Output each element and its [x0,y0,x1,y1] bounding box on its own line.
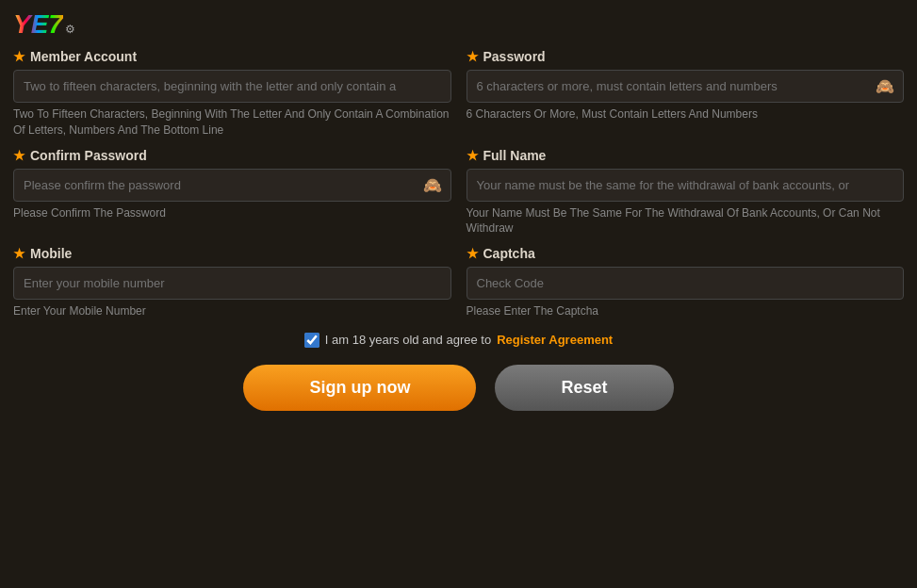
captcha-label: ★ Captcha [467,246,905,261]
row-mobile-captcha: ★ Mobile Enter Your Mobile Number ★ Capt… [13,246,904,319]
member-account-input[interactable] [13,70,451,103]
password-eye-icon[interactable]: 🙈 [876,77,894,95]
confirm-password-input-wrapper: 🙈 [13,169,451,202]
mobile-input-wrapper [13,267,451,300]
row-account-password: ★ Member Account Two To Fifteen Characte… [13,49,904,139]
confirm-eye-icon[interactable]: 🙈 [423,176,442,194]
captcha-hint: Please Enter The Captcha [467,303,905,319]
mobile-hint: Enter Your Mobile Number [13,303,451,319]
captcha-label-text: Captcha [483,246,535,261]
col-confirm-password: ★ Confirm Password 🙈 Please Confirm The … [13,148,451,237]
password-hint: 6 Characters Or More, Must Contain Lette… [467,106,905,122]
signup-button[interactable]: Sign up now [243,365,476,411]
full-name-input[interactable] [467,169,905,202]
col-member-account: ★ Member Account Two To Fifteen Characte… [13,49,451,139]
logo-area: YE7⚙ [0,0,917,49]
password-label-text: Password [483,49,546,64]
member-account-hint: Two To Fifteen Characters, Beginning Wit… [13,106,451,139]
confirm-password-hint: Please Confirm The Password [13,205,451,221]
confirm-password-label-text: Confirm Password [30,148,147,163]
full-name-label: ★ Full Name [467,148,905,163]
password-label: ★ Password [467,49,905,64]
mobile-label: ★ Mobile [13,246,451,261]
register-agreement-link[interactable]: Register Agreement [497,333,613,347]
age-agreement-checkbox[interactable] [304,333,319,348]
col-captcha: ★ Captcha Please Enter The Captcha [467,246,905,319]
col-password: ★ Password 🙈 6 Characters Or More, Must … [467,49,905,139]
form-container: ★ Member Account Two To Fifteen Characte… [0,49,917,435]
agreement-row: I am 18 years old and agree to Register … [13,333,904,348]
captcha-input[interactable] [467,267,905,300]
full-name-hint: Your Name Must Be The Same For The Withd… [467,205,905,237]
password-input[interactable] [467,70,905,103]
col-mobile: ★ Mobile Enter Your Mobile Number [13,246,451,319]
confirm-password-input[interactable] [13,169,451,202]
logo-dots: ⚙ [65,23,75,36]
col-full-name: ★ Full Name Your Name Must Be The Same F… [467,148,905,237]
mobile-label-text: Mobile [30,246,72,261]
confirm-password-label: ★ Confirm Password [13,148,451,163]
member-account-input-wrapper [13,70,451,103]
captcha-input-wrapper [467,267,905,300]
star-icon-6: ★ [467,246,479,261]
star-icon: ★ [13,49,25,64]
star-icon-2: ★ [467,49,479,64]
full-name-label-text: Full Name [483,148,547,163]
button-row: Sign up now Reset [13,365,904,411]
full-name-input-wrapper [467,169,905,202]
mobile-input[interactable] [13,267,451,300]
logo-text: YE7 [13,9,63,40]
star-icon-4: ★ [467,148,479,163]
row-confirm-fullname: ★ Confirm Password 🙈 Please Confirm The … [13,148,904,237]
star-icon-5: ★ [13,246,25,261]
agreement-text: I am 18 years old and agree to [325,333,491,347]
reset-button[interactable]: Reset [495,365,673,411]
password-input-wrapper: 🙈 [467,70,905,103]
member-account-label: ★ Member Account [13,49,451,64]
star-icon-3: ★ [13,148,25,163]
member-account-label-text: Member Account [30,49,137,64]
